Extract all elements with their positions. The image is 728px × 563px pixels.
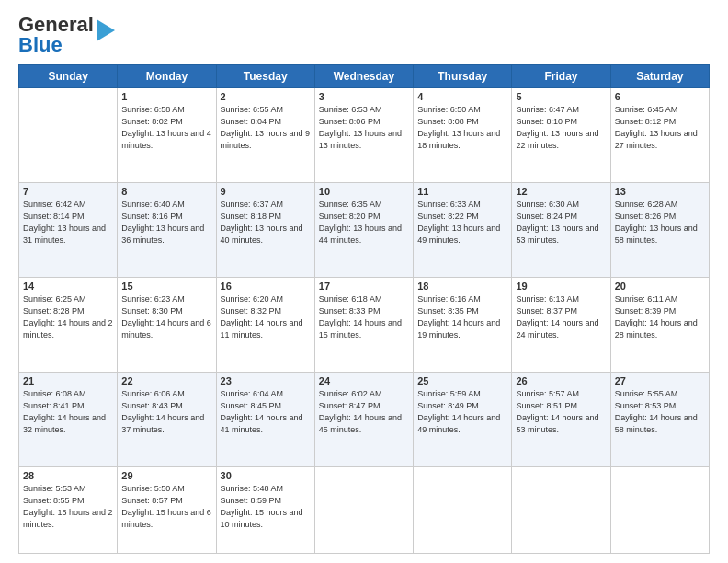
day-number: 20 xyxy=(615,281,705,292)
day-header-monday: Monday xyxy=(118,65,216,88)
day-detail: Sunrise: 6:02 AMSunset: 8:47 PMDaylight:… xyxy=(319,388,409,436)
day-number: 28 xyxy=(23,470,113,481)
calendar-day-cell: 7Sunrise: 6:42 AMSunset: 8:14 PMDaylight… xyxy=(19,182,118,277)
day-number: 11 xyxy=(417,186,507,197)
calendar-day-cell xyxy=(314,466,413,553)
day-detail: Sunrise: 6:45 AMSunset: 8:12 PMDaylight:… xyxy=(615,104,705,152)
day-detail: Sunrise: 6:23 AMSunset: 8:30 PMDaylight:… xyxy=(121,293,211,341)
day-detail: Sunrise: 5:48 AMSunset: 8:59 PMDaylight:… xyxy=(221,483,311,531)
day-detail: Sunrise: 6:40 AMSunset: 8:16 PMDaylight:… xyxy=(121,199,211,247)
day-number: 17 xyxy=(319,281,409,292)
logo-arrow-icon xyxy=(97,19,115,41)
day-number: 8 xyxy=(121,186,211,197)
calendar-day-cell: 13Sunrise: 6:28 AMSunset: 8:26 PMDayligh… xyxy=(610,182,709,277)
day-detail: Sunrise: 5:55 AMSunset: 8:53 PMDaylight:… xyxy=(615,388,705,436)
day-header-saturday: Saturday xyxy=(610,65,709,88)
logo: GeneralBlue xyxy=(18,15,115,55)
day-number: 10 xyxy=(319,186,409,197)
day-detail: Sunrise: 6:18 AMSunset: 8:33 PMDaylight:… xyxy=(319,293,409,341)
day-number: 18 xyxy=(417,281,507,292)
day-number: 29 xyxy=(121,470,211,481)
logo-general: GeneralBlue xyxy=(18,15,94,55)
calendar-day-cell: 3Sunrise: 6:53 AMSunset: 8:06 PMDaylight… xyxy=(314,88,413,183)
calendar-day-cell: 18Sunrise: 6:16 AMSunset: 8:35 PMDayligh… xyxy=(414,277,512,372)
day-detail: Sunrise: 6:47 AMSunset: 8:10 PMDaylight:… xyxy=(516,104,606,152)
day-number: 14 xyxy=(23,281,113,292)
calendar-header-row: SundayMondayTuesdayWednesdayThursdayFrid… xyxy=(19,65,710,88)
calendar-day-cell: 19Sunrise: 6:13 AMSunset: 8:37 PMDayligh… xyxy=(512,277,610,372)
calendar-week-row: 14Sunrise: 6:25 AMSunset: 8:28 PMDayligh… xyxy=(19,277,710,372)
calendar-day-cell: 9Sunrise: 6:37 AMSunset: 8:18 PMDaylight… xyxy=(216,182,314,277)
day-detail: Sunrise: 5:59 AMSunset: 8:49 PMDaylight:… xyxy=(417,388,507,436)
calendar-week-row: 21Sunrise: 6:08 AMSunset: 8:41 PMDayligh… xyxy=(19,372,710,466)
calendar-day-cell: 12Sunrise: 6:30 AMSunset: 8:24 PMDayligh… xyxy=(512,182,610,277)
day-number: 27 xyxy=(615,375,705,386)
day-header-wednesday: Wednesday xyxy=(314,65,413,88)
day-detail: Sunrise: 6:42 AMSunset: 8:14 PMDaylight:… xyxy=(23,199,113,247)
calendar-day-cell: 29Sunrise: 5:50 AMSunset: 8:57 PMDayligh… xyxy=(118,466,216,553)
calendar-day-cell: 17Sunrise: 6:18 AMSunset: 8:33 PMDayligh… xyxy=(314,277,413,372)
day-number: 6 xyxy=(615,91,705,102)
day-number: 9 xyxy=(221,186,311,197)
day-detail: Sunrise: 6:33 AMSunset: 8:22 PMDaylight:… xyxy=(417,199,507,247)
day-detail: Sunrise: 6:25 AMSunset: 8:28 PMDaylight:… xyxy=(23,293,113,341)
day-number: 26 xyxy=(516,375,606,386)
day-detail: Sunrise: 6:06 AMSunset: 8:43 PMDaylight:… xyxy=(121,388,211,436)
calendar-day-cell xyxy=(19,88,118,183)
day-header-thursday: Thursday xyxy=(414,65,512,88)
day-header-sunday: Sunday xyxy=(19,65,118,88)
calendar-day-cell: 8Sunrise: 6:40 AMSunset: 8:16 PMDaylight… xyxy=(118,182,216,277)
day-number: 16 xyxy=(221,281,311,292)
day-detail: Sunrise: 6:58 AMSunset: 8:02 PMDaylight:… xyxy=(121,104,211,152)
day-number: 22 xyxy=(121,375,211,386)
day-detail: Sunrise: 6:13 AMSunset: 8:37 PMDaylight:… xyxy=(516,293,606,341)
day-detail: Sunrise: 6:16 AMSunset: 8:35 PMDaylight:… xyxy=(417,293,507,341)
calendar-day-cell xyxy=(610,466,709,553)
calendar-day-cell: 10Sunrise: 6:35 AMSunset: 8:20 PMDayligh… xyxy=(314,182,413,277)
day-detail: Sunrise: 6:37 AMSunset: 8:18 PMDaylight:… xyxy=(221,199,311,247)
header: GeneralBlue xyxy=(18,15,710,55)
page: GeneralBlue SundayMondayTuesdayWednesday… xyxy=(0,0,728,563)
calendar-day-cell: 21Sunrise: 6:08 AMSunset: 8:41 PMDayligh… xyxy=(19,372,118,466)
calendar-day-cell: 4Sunrise: 6:50 AMSunset: 8:08 PMDaylight… xyxy=(414,88,512,183)
day-number: 12 xyxy=(516,186,606,197)
day-number: 5 xyxy=(516,91,606,102)
day-number: 13 xyxy=(615,186,705,197)
day-detail: Sunrise: 6:04 AMSunset: 8:45 PMDaylight:… xyxy=(221,388,311,436)
day-detail: Sunrise: 6:53 AMSunset: 8:06 PMDaylight:… xyxy=(319,104,409,152)
calendar-day-cell: 5Sunrise: 6:47 AMSunset: 8:10 PMDaylight… xyxy=(512,88,610,183)
day-number: 2 xyxy=(221,91,311,102)
calendar-day-cell: 23Sunrise: 6:04 AMSunset: 8:45 PMDayligh… xyxy=(216,372,314,466)
calendar-week-row: 7Sunrise: 6:42 AMSunset: 8:14 PMDaylight… xyxy=(19,182,710,277)
calendar-day-cell: 16Sunrise: 6:20 AMSunset: 8:32 PMDayligh… xyxy=(216,277,314,372)
calendar-day-cell: 6Sunrise: 6:45 AMSunset: 8:12 PMDaylight… xyxy=(610,88,709,183)
day-detail: Sunrise: 6:35 AMSunset: 8:20 PMDaylight:… xyxy=(319,199,409,247)
calendar-day-cell xyxy=(414,466,512,553)
day-number: 30 xyxy=(221,470,311,481)
day-number: 21 xyxy=(23,375,113,386)
day-detail: Sunrise: 6:28 AMSunset: 8:26 PMDaylight:… xyxy=(615,199,705,247)
day-number: 7 xyxy=(23,186,113,197)
day-detail: Sunrise: 6:50 AMSunset: 8:08 PMDaylight:… xyxy=(417,104,507,152)
calendar-day-cell: 20Sunrise: 6:11 AMSunset: 8:39 PMDayligh… xyxy=(610,277,709,372)
calendar-day-cell: 25Sunrise: 5:59 AMSunset: 8:49 PMDayligh… xyxy=(414,372,512,466)
day-number: 24 xyxy=(319,375,409,386)
day-detail: Sunrise: 6:55 AMSunset: 8:04 PMDaylight:… xyxy=(221,104,311,152)
calendar-day-cell: 2Sunrise: 6:55 AMSunset: 8:04 PMDaylight… xyxy=(216,88,314,183)
logo-blue: Blue xyxy=(18,33,63,56)
day-header-friday: Friday xyxy=(512,65,610,88)
day-number: 4 xyxy=(417,91,507,102)
calendar-day-cell: 11Sunrise: 6:33 AMSunset: 8:22 PMDayligh… xyxy=(414,182,512,277)
day-header-tuesday: Tuesday xyxy=(216,65,314,88)
calendar-week-row: 1Sunrise: 6:58 AMSunset: 8:02 PMDaylight… xyxy=(19,88,710,183)
day-detail: Sunrise: 6:08 AMSunset: 8:41 PMDaylight:… xyxy=(23,388,113,436)
calendar-day-cell: 26Sunrise: 5:57 AMSunset: 8:51 PMDayligh… xyxy=(512,372,610,466)
day-number: 1 xyxy=(121,91,211,102)
calendar-day-cell: 27Sunrise: 5:55 AMSunset: 8:53 PMDayligh… xyxy=(610,372,709,466)
day-number: 25 xyxy=(417,375,507,386)
day-detail: Sunrise: 6:30 AMSunset: 8:24 PMDaylight:… xyxy=(516,199,606,247)
day-number: 15 xyxy=(121,281,211,292)
calendar-day-cell: 1Sunrise: 6:58 AMSunset: 8:02 PMDaylight… xyxy=(118,88,216,183)
calendar-day-cell: 28Sunrise: 5:53 AMSunset: 8:55 PMDayligh… xyxy=(19,466,118,553)
calendar-table: SundayMondayTuesdayWednesdayThursdayFrid… xyxy=(18,64,710,554)
